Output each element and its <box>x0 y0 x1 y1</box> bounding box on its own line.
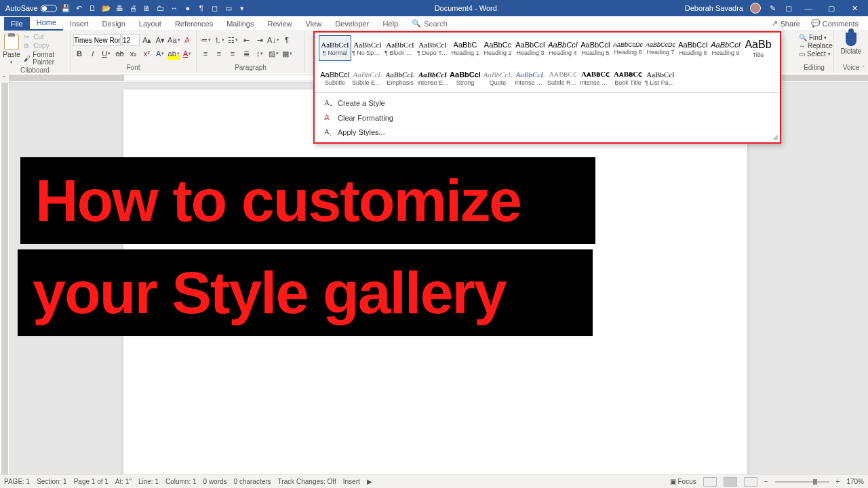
tab-help[interactable]: Help <box>376 17 405 30</box>
indent-button[interactable]: ⇥ <box>254 34 266 46</box>
new-icon[interactable]: 🗋 <box>88 3 98 13</box>
style-item[interactable]: AaBbCcIIntense E... <box>416 65 449 91</box>
style-item[interactable]: AaBbCcDcHeading 7 <box>644 35 677 61</box>
tab-home[interactable]: Home <box>30 16 63 30</box>
comments-button[interactable]: 💬 Comments <box>806 16 864 30</box>
resize-grip-icon[interactable]: ◢ <box>772 133 778 140</box>
align-left-button[interactable]: ≡ <box>199 47 212 60</box>
folder-icon[interactable]: 🗀 <box>156 3 165 13</box>
line-spacing-button[interactable]: ↕ <box>254 47 266 60</box>
undo-icon[interactable]: ↶ <box>75 3 84 13</box>
bold-button[interactable]: B <box>73 47 85 60</box>
tab-mailings[interactable]: Mailings <box>220 17 260 30</box>
apply-styles-item[interactable]: A↓Apply Styles... <box>315 125 780 140</box>
multilevel-button[interactable]: ☷ <box>226 34 239 46</box>
qat-more-icon[interactable]: ▾ <box>237 3 247 13</box>
style-item[interactable]: AaBbCcI¶ List Para... <box>644 65 677 91</box>
status-column[interactable]: Column: 1 <box>165 478 197 485</box>
text-effects-button[interactable]: A <box>154 47 166 60</box>
dictate-button[interactable]: Dictate <box>837 33 865 55</box>
zoom-in-button[interactable]: + <box>836 478 840 485</box>
grow-font-button[interactable]: A▴ <box>141 34 153 46</box>
shading-button[interactable]: ▨ <box>267 47 279 60</box>
pilcrow-icon[interactable]: ¶ <box>197 3 206 13</box>
sort-button[interactable]: A↓ <box>267 34 279 46</box>
spacing-icon[interactable]: ↔ <box>170 3 179 13</box>
align-center-button[interactable]: ≡ <box>213 47 225 60</box>
style-item[interactable]: AaBbCcDcHeading 6 <box>612 35 644 61</box>
collapse-ribbon-button[interactable]: ˄ <box>862 65 865 72</box>
change-case-button[interactable]: Aa <box>167 34 180 46</box>
find-button[interactable]: 🔍Find▾ <box>799 34 829 41</box>
create-style-item[interactable]: A+Create a Style <box>315 96 780 110</box>
copy-button[interactable]: ⧉Copy <box>22 41 67 50</box>
font-color-button[interactable]: A <box>181 47 193 60</box>
print-layout-button[interactable] <box>724 477 737 487</box>
ribbon-display-icon[interactable]: ▢ <box>784 3 793 13</box>
style-item[interactable]: AaBbCclStrong <box>449 65 481 91</box>
borders-button[interactable]: ▦ <box>281 47 293 60</box>
status-at[interactable]: At: 1" <box>115 478 132 485</box>
status-chars[interactable]: 0 characters <box>234 478 271 485</box>
open-icon[interactable]: 📂 <box>102 3 111 13</box>
autosave-toggle[interactable]: AutoSave <box>5 4 57 12</box>
close-button[interactable]: ✕ <box>846 4 863 13</box>
style-item[interactable]: AᴀBʙCᴄSubtle Ref... <box>547 65 579 91</box>
save-icon[interactable]: 💾 <box>61 3 71 13</box>
format-painter-button[interactable]: 🖌Format Painter <box>22 50 67 66</box>
tab-review[interactable]: Review <box>261 17 299 30</box>
minimize-button[interactable]: — <box>800 4 816 12</box>
style-item[interactable]: AᴀBʙCᴄBook Title <box>612 65 644 91</box>
ruler-vertical[interactable] <box>0 83 9 474</box>
highlight-button[interactable]: ab <box>167 47 180 60</box>
style-item[interactable]: AaBbCcHeading 2 <box>481 35 514 61</box>
style-item[interactable]: AaBbCcI¶ No Spac... <box>351 35 384 61</box>
outdent-button[interactable]: ⇤ <box>240 34 252 46</box>
font-name-select[interactable] <box>73 34 121 46</box>
print-icon[interactable]: 🖶 <box>115 3 125 13</box>
square-icon[interactable]: ◻ <box>210 3 220 13</box>
replace-button[interactable]: ↔Replace <box>799 42 829 49</box>
clear-formatting-item[interactable]: A̷Clear Formatting <box>315 110 780 125</box>
zoom-level[interactable]: 170% <box>846 478 864 485</box>
web-layout-button[interactable] <box>744 477 757 487</box>
style-item[interactable]: AaBbTitle <box>742 35 774 61</box>
style-item[interactable]: AaBbCcI¶ Depo Text <box>416 35 449 61</box>
share-button[interactable]: ↗ Share <box>766 16 805 30</box>
style-item[interactable]: AaBbCcIHeading 9 <box>709 35 742 61</box>
zoom-slider[interactable] <box>775 481 829 483</box>
justify-button[interactable]: ≣ <box>240 47 252 60</box>
style-item[interactable]: AaBbCcIHeading 4 <box>547 35 579 61</box>
status-section[interactable]: Section: 1 <box>37 478 66 485</box>
show-marks-button[interactable]: ¶ <box>281 34 293 46</box>
superscript-button[interactable]: x² <box>140 47 153 60</box>
status-line[interactable]: Line: 1 <box>138 478 159 485</box>
style-item[interactable]: AaBbCcI¶ Block Q... <box>384 35 416 61</box>
align-right-button[interactable]: ≡ <box>226 47 239 60</box>
file-icon[interactable]: 🗎 <box>142 3 152 13</box>
style-item[interactable]: AaBbCcIHeading 3 <box>514 35 547 61</box>
numbering-button[interactable]: ⒈ <box>213 34 225 46</box>
status-page[interactable]: PAGE: 1 <box>4 478 30 485</box>
paste-button[interactable]: Paste ▾ <box>3 33 20 66</box>
subscript-button[interactable]: x₂ <box>127 47 140 60</box>
style-item[interactable]: AaBbCcI¶ Normal <box>319 35 351 61</box>
strike-button[interactable]: ab <box>114 47 126 60</box>
bullets-button[interactable]: ≔ <box>199 34 212 46</box>
italic-button[interactable]: I <box>87 47 99 60</box>
style-item[interactable]: AaBbCcISubtitle <box>319 65 351 91</box>
tab-file[interactable]: File <box>4 17 30 30</box>
style-item[interactable]: AaBbCcLSubtle Em... <box>351 65 384 91</box>
tab-view[interactable]: View <box>299 17 329 30</box>
select-button[interactable]: ▭Select▾ <box>799 50 829 58</box>
tell-me-search[interactable]: 🔍 Search <box>405 16 454 30</box>
tab-references[interactable]: References <box>168 17 220 30</box>
status-page-of[interactable]: Page 1 of 1 <box>74 478 108 485</box>
macro-icon[interactable]: ▶ <box>367 478 372 485</box>
bullet-icon[interactable]: ● <box>183 3 193 13</box>
style-item[interactable]: AaBbCcLQuote <box>481 65 514 91</box>
clear-format-button[interactable]: A̷ <box>181 34 193 46</box>
underline-button[interactable]: U <box>100 47 113 60</box>
zoom-out-button[interactable]: − <box>764 478 768 485</box>
style-item[interactable]: AaBbCHeading 1 <box>449 35 481 61</box>
